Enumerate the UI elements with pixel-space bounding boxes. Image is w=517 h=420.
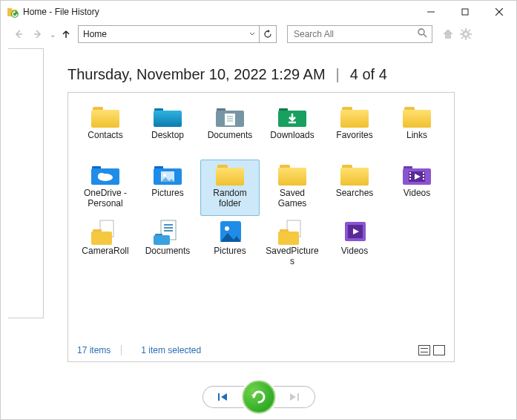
library-pic-icon xyxy=(214,220,246,245)
svg-rect-46 xyxy=(409,178,411,180)
svg-rect-45 xyxy=(409,175,411,177)
item-label: Contacts xyxy=(88,131,122,141)
search-icon[interactable] xyxy=(418,28,427,40)
folder-yellow-icon xyxy=(90,104,121,129)
folder-yellow-icon xyxy=(339,162,370,187)
library-yellow-icon xyxy=(90,220,121,245)
svg-line-19 xyxy=(469,37,470,39)
svg-rect-1 xyxy=(7,8,12,10)
svg-point-60 xyxy=(225,226,229,231)
folder-item[interactable]: Videos xyxy=(387,160,447,216)
folder-desktop-icon xyxy=(152,104,183,129)
playback-bar xyxy=(1,379,516,415)
folder-item[interactable]: Contacts xyxy=(76,102,135,158)
svg-rect-23 xyxy=(154,111,182,127)
folder-yellow-icon xyxy=(401,104,432,129)
item-label: SavedPictures xyxy=(264,246,320,267)
version-heading: Thursday, November 10, 2022 1:29 AM | 4 … xyxy=(67,66,506,83)
address-bar[interactable]: Home xyxy=(78,25,277,43)
minimize-button[interactable] xyxy=(414,1,448,23)
svg-point-36 xyxy=(98,173,105,179)
svg-rect-4 xyxy=(462,9,468,15)
folder-yellow-icon xyxy=(277,162,308,187)
settings-gear-icon[interactable] xyxy=(459,27,472,41)
app-icon xyxy=(7,6,19,18)
status-bar: 17 items 1 item selected xyxy=(77,345,445,355)
items-grid: Contacts Desktop Documents Downloads Fav… xyxy=(68,93,454,283)
folder-item[interactable]: Random folder xyxy=(200,160,260,216)
address-input[interactable]: Home xyxy=(78,25,246,43)
item-label: Searches xyxy=(336,188,374,199)
folder-item[interactable]: OneDrive - Personal xyxy=(76,160,135,216)
item-label: CameraRoll xyxy=(82,246,128,257)
svg-point-9 xyxy=(418,29,424,35)
address-dropdown[interactable] xyxy=(246,25,259,43)
status-separator xyxy=(121,345,132,355)
library-yellow-icon xyxy=(277,220,308,245)
home-icon[interactable] xyxy=(441,27,455,41)
folder-item[interactable]: Saved Games xyxy=(263,160,322,216)
title-bar: Home - File History xyxy=(1,1,516,23)
folder-download-icon xyxy=(277,104,308,129)
folder-videos-icon xyxy=(401,162,432,187)
folder-item[interactable]: Pictures xyxy=(138,160,197,216)
next-version-button[interactable] xyxy=(274,386,315,408)
svg-rect-47 xyxy=(423,172,424,174)
refresh-button[interactable] xyxy=(259,25,277,43)
folder-item[interactable]: SavedPictures xyxy=(263,217,322,274)
folder-item[interactable]: Pictures xyxy=(200,217,260,274)
folder-yellow-icon xyxy=(339,104,370,129)
item-label: Pictures xyxy=(214,246,246,257)
folder-pictures-icon xyxy=(152,162,183,187)
svg-rect-26 xyxy=(225,114,235,125)
item-label: OneDrive - Personal xyxy=(78,188,133,209)
svg-rect-66 xyxy=(218,393,220,401)
up-button[interactable] xyxy=(59,25,73,43)
close-button[interactable] xyxy=(482,1,516,23)
folder-onedrive-icon xyxy=(90,162,121,187)
maximize-button[interactable] xyxy=(448,1,482,23)
library-video-icon xyxy=(339,220,370,245)
folder-item[interactable]: Desktop xyxy=(138,102,197,158)
folder-item[interactable]: Videos xyxy=(325,217,384,274)
svg-line-21 xyxy=(469,30,470,31)
item-label: Desktop xyxy=(151,131,184,141)
forward-button[interactable] xyxy=(29,25,47,43)
svg-rect-52 xyxy=(91,232,112,245)
version-timestamp: Thursday, November 10, 2022 1:29 AM xyxy=(67,66,326,83)
folder-item[interactable]: Links xyxy=(387,102,447,158)
folder-docs-icon xyxy=(214,104,246,129)
item-label: Links xyxy=(406,131,427,141)
folder-item[interactable]: Documents xyxy=(200,102,260,158)
item-label: Saved Games xyxy=(265,188,320,209)
heading-divider: | xyxy=(336,66,340,83)
version-position: 4 of 4 xyxy=(350,66,387,83)
folder-item[interactable]: Favorites xyxy=(325,102,384,158)
restore-button[interactable] xyxy=(243,381,275,413)
library-docs-icon xyxy=(152,220,183,245)
history-dropdown[interactable]: ⌄ xyxy=(50,30,56,39)
details-view-button[interactable] xyxy=(418,345,430,355)
folder-item[interactable]: Downloads xyxy=(263,102,322,158)
window-title: Home - File History xyxy=(23,7,99,17)
svg-line-18 xyxy=(461,30,463,31)
back-button[interactable] xyxy=(10,25,27,43)
folder-item[interactable]: Documents xyxy=(138,217,197,274)
svg-point-40 xyxy=(163,174,166,177)
previous-version-button[interactable] xyxy=(202,386,244,408)
search-input[interactable] xyxy=(292,28,418,40)
svg-rect-44 xyxy=(409,172,411,174)
item-label: Downloads xyxy=(270,131,314,141)
item-label: Random folder xyxy=(202,188,257,209)
search-box[interactable] xyxy=(287,25,432,43)
large-icons-view-button[interactable] xyxy=(433,345,445,355)
item-label: Documents xyxy=(145,246,191,257)
folder-item[interactable]: CameraRoll xyxy=(76,217,135,274)
item-label: Favorites xyxy=(336,131,372,141)
folder-yellow-icon xyxy=(214,162,246,187)
svg-line-20 xyxy=(461,37,463,39)
svg-line-10 xyxy=(424,34,427,37)
svg-rect-67 xyxy=(297,393,299,401)
svg-rect-48 xyxy=(423,175,424,177)
folder-item[interactable]: Searches xyxy=(325,160,384,216)
